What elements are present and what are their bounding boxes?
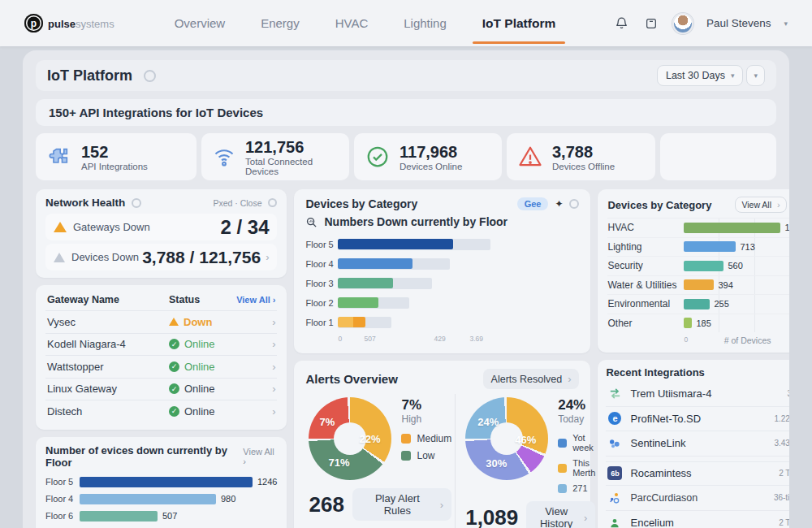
nav-items: Overview Energy HVAC Lighting IoT Platfo… bbox=[157, 0, 574, 46]
user-name[interactable]: Paul Stevens bbox=[706, 17, 771, 29]
kpi-api-integrations[interactable]: 152API Integrations bbox=[36, 133, 197, 180]
main-content: IoT Platform Last 30 Days▾ ▾ 150+ API In… bbox=[23, 50, 789, 528]
integration-time: 2 Today bbox=[779, 518, 789, 527]
legend-item-week: Yot week bbox=[558, 433, 595, 452]
check-circle-icon: ✓ bbox=[169, 361, 179, 372]
category-row-hvac[interactable]: HVAC1,681 bbox=[607, 218, 789, 237]
bar-label: Floor 5 bbox=[45, 477, 80, 487]
nav-item-iot-platform[interactable]: IoT Platform bbox=[464, 0, 573, 46]
date-range-caret-button[interactable]: ▾ bbox=[746, 65, 765, 86]
bar-label: Floor 2 bbox=[305, 298, 338, 308]
kpi-devices-online[interactable]: 117,968Devices Online bbox=[354, 133, 502, 180]
category-label: Lighting bbox=[607, 241, 684, 253]
gateway-table-panel: Gateway Name Status View All › Vysec Dow… bbox=[36, 285, 287, 430]
table-row-linux-gateway[interactable]: Linux Gateway ✓Online › bbox=[45, 378, 277, 400]
avatar[interactable] bbox=[672, 13, 693, 34]
list-item-rocamintess[interactable]: 6b Rocamintess 2 Today bbox=[606, 461, 789, 487]
refresh-circle-icon[interactable] bbox=[569, 199, 579, 209]
status-badge: Online bbox=[184, 383, 215, 395]
gateways-down-row[interactable]: Gateways Down 2 / 34 bbox=[45, 214, 277, 240]
gee-badge[interactable]: Gee bbox=[517, 197, 549, 210]
bar-value: 1246 bbox=[257, 477, 277, 487]
user-menu-caret-icon[interactable]: ▾ bbox=[784, 19, 788, 28]
x-axis-ticks: 0 507 429 3.69 bbox=[338, 335, 579, 345]
bar bbox=[684, 223, 780, 233]
severity-donut-chart[interactable]: 7% 22% 71% bbox=[309, 397, 391, 480]
table-row-distech[interactable]: Distech ✓Online › bbox=[45, 400, 277, 422]
date-range-dropdown[interactable]: Last 30 Days▾ bbox=[657, 65, 744, 86]
sparkle-icon[interactable]: ✦ bbox=[555, 198, 563, 210]
nav-item-overview[interactable]: Overview bbox=[157, 0, 244, 46]
list-item-profinet[interactable]: e ProfiNet-To.SD 1.22 nins bbox=[606, 407, 789, 432]
bar[interactable] bbox=[80, 477, 253, 487]
integration-name: ProfiNet-To.SD bbox=[630, 413, 701, 425]
category-row-environmental[interactable]: Environmental255 bbox=[607, 294, 789, 314]
category-row-lighting[interactable]: Lighting713 bbox=[607, 237, 789, 257]
bar bbox=[684, 318, 692, 328]
chevron-right-icon[interactable]: › bbox=[272, 361, 275, 373]
table-row-wattstopper[interactable]: Wattstopper ✓Online › bbox=[45, 355, 277, 378]
integration-time: 1.22 nins bbox=[774, 414, 789, 423]
bar[interactable] bbox=[80, 511, 158, 522]
kpi-devices-offline[interactable]: 3,788Devices Offline bbox=[507, 133, 655, 180]
bar-track[interactable] bbox=[338, 258, 450, 270]
circle-icon[interactable] bbox=[268, 198, 277, 207]
legend-item-medium: Medium bbox=[401, 433, 451, 444]
bar bbox=[684, 261, 723, 271]
inbox-icon[interactable] bbox=[643, 15, 659, 32]
check-circle-icon: ✓ bbox=[169, 339, 179, 349]
devices-down-row[interactable]: Devices Down 3,788 / 121,756 › bbox=[45, 244, 277, 270]
chevron-right-icon[interactable]: › bbox=[272, 405, 275, 418]
stat-label: Gateways Down bbox=[73, 221, 150, 233]
alert-history-total: 1,089 bbox=[465, 505, 518, 528]
table-row-vysec[interactable]: Vysec Down › bbox=[45, 310, 277, 333]
chevron-right-icon[interactable]: › bbox=[266, 251, 269, 263]
play-alert-rules-button[interactable]: Play Alert Rules› bbox=[352, 488, 451, 521]
category-row-other[interactable]: Other185 bbox=[607, 314, 789, 333]
kpi-total-connected[interactable]: 121,756Total Connected Devices bbox=[201, 133, 349, 180]
bar-value: 185 bbox=[696, 318, 710, 328]
6b-badge-icon: 6b bbox=[607, 466, 622, 481]
bar bbox=[684, 299, 710, 309]
gateway-name: Vysec bbox=[47, 316, 169, 328]
col-status: Status bbox=[169, 294, 200, 305]
legend-item-low: Low bbox=[401, 450, 451, 461]
view-all-link[interactable]: View All › bbox=[243, 447, 277, 466]
bar-track[interactable] bbox=[338, 317, 391, 328]
bar[interactable] bbox=[80, 494, 216, 504]
bar-value: 1,681 bbox=[784, 223, 789, 232]
chevron-right-icon[interactable]: › bbox=[272, 316, 275, 328]
total-active-alerts-value: 268 bbox=[309, 492, 343, 517]
chevron-right-icon[interactable]: › bbox=[272, 383, 275, 395]
chevron-right-icon[interactable]: › bbox=[272, 338, 275, 350]
alerts-resolved-button[interactable]: Alerts Resolved› bbox=[483, 369, 580, 389]
nav-item-energy[interactable]: Energy bbox=[243, 0, 317, 46]
bar-track[interactable] bbox=[338, 297, 409, 309]
view-all-button[interactable]: View All› bbox=[735, 197, 786, 213]
nav-item-hvac[interactable]: HVAC bbox=[317, 0, 387, 46]
list-item-parccurdiason[interactable]: ParcCurdiason 36-tioday bbox=[606, 486, 789, 511]
table-row-kodell[interactable]: Kodell Niagara-4 ✓Online › bbox=[45, 333, 277, 356]
integration-time: 3.43 nins bbox=[774, 439, 789, 448]
edge-circle-icon: e bbox=[607, 411, 622, 426]
list-item-encelium[interactable]: Encelium 2 Today bbox=[606, 511, 789, 528]
bar-track[interactable] bbox=[338, 278, 432, 289]
view-history-button[interactable]: View History› bbox=[526, 501, 595, 528]
nav-item-lighting[interactable]: Lighting bbox=[386, 0, 464, 46]
category-row-security[interactable]: Security560 bbox=[607, 256, 789, 275]
status-badge: Online bbox=[184, 405, 215, 418]
stat-value: 24% bbox=[558, 397, 595, 413]
history-donut-chart[interactable]: 24% 46% 30% bbox=[465, 397, 548, 480]
list-item-sentinelink[interactable]: SentineLink 3.43 nins bbox=[606, 431, 789, 457]
bar-track[interactable] bbox=[338, 239, 490, 250]
brand[interactable]: p pulsesystems bbox=[24, 14, 114, 32]
bell-icon[interactable] bbox=[614, 15, 630, 32]
category-row-water[interactable]: Water & Utilities394 bbox=[607, 275, 789, 295]
integration-time: 3 egs bbox=[788, 389, 789, 398]
scatter-dots-icon bbox=[607, 491, 622, 505]
list-item-trem[interactable]: Trem Utiismara-4 3 egs bbox=[606, 382, 789, 407]
bar bbox=[338, 258, 412, 269]
panel-title: Alerts Overview bbox=[305, 372, 397, 386]
view-all-link[interactable]: View All › bbox=[236, 295, 275, 305]
network-health-actions[interactable]: Pxed · Close bbox=[213, 198, 261, 208]
